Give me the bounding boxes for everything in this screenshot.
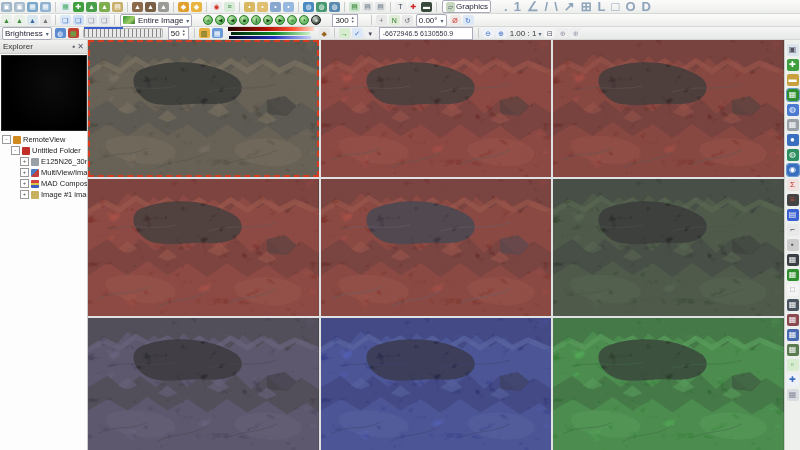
vertex-tool-icon[interactable]: 1 bbox=[514, 0, 521, 14]
band-swap-icon[interactable]: ▦ bbox=[212, 28, 223, 38]
vegetation-icon[interactable]: ▲ bbox=[99, 2, 110, 12]
brightness-slider[interactable] bbox=[83, 28, 163, 38]
multiview-blue-icon[interactable]: ▦ bbox=[787, 329, 799, 341]
band-list-icon[interactable]: ≡ bbox=[224, 2, 235, 12]
enhance2-icon[interactable]: ◆ bbox=[191, 2, 202, 12]
image-panel-1[interactable] bbox=[88, 40, 319, 177]
enhance-icon[interactable]: ◆ bbox=[178, 2, 189, 12]
image-panel-2[interactable] bbox=[321, 40, 552, 177]
pan-cross-icon[interactable]: + bbox=[376, 15, 387, 25]
globe-alt-icon[interactable]: ◍ bbox=[329, 2, 340, 12]
image-panel-5[interactable] bbox=[321, 179, 552, 316]
spinner-arrows-icon[interactable]: ▲▼ bbox=[182, 29, 186, 37]
add-layer2-icon[interactable]: ▲ bbox=[14, 15, 25, 25]
image-panel-4[interactable] bbox=[88, 179, 319, 316]
color-ramp-widget[interactable] bbox=[228, 27, 314, 39]
north-arrow-icon[interactable]: N bbox=[389, 15, 400, 25]
expand-icon[interactable]: + bbox=[20, 168, 29, 177]
small-gold-icon[interactable]: • bbox=[244, 2, 255, 12]
globe-layers-icon[interactable]: ◍ bbox=[787, 149, 799, 161]
copy-view-icon[interactable]: ▣ bbox=[787, 44, 799, 56]
polygon-tool-icon[interactable]: D bbox=[642, 0, 651, 14]
contrast-image-icon[interactable]: ▦ bbox=[68, 28, 79, 38]
play-button[interactable]: ▶ bbox=[263, 15, 273, 25]
dark-swatch-icon[interactable]: ▬ bbox=[421, 2, 432, 12]
point-tool-icon[interactable]: . bbox=[504, 0, 508, 14]
rotate-view-icon[interactable]: ↻ bbox=[463, 15, 474, 25]
open-display-icon[interactable]: ▣ bbox=[14, 2, 25, 12]
brightness-spinner[interactable]: 50 ▲▼ bbox=[168, 27, 189, 40]
sphere-icon[interactable]: ◍ bbox=[55, 28, 66, 38]
photo-layer-icon[interactable]: ▤ bbox=[112, 2, 123, 12]
report-green-icon[interactable]: ▤ bbox=[349, 2, 360, 12]
multiview-2x2-icon[interactable]: ▦ bbox=[787, 269, 799, 281]
link-views-icon[interactable]: ❏ bbox=[86, 15, 97, 25]
thematic-map-icon[interactable]: ▲ bbox=[86, 2, 97, 12]
grid-arrows-icon[interactable]: ▦ bbox=[787, 119, 799, 131]
image-chip-icon[interactable]: ▦ bbox=[27, 2, 38, 12]
single-view-icon[interactable]: ❏ bbox=[60, 15, 71, 25]
terrain-image2-icon[interactable]: ▲ bbox=[145, 2, 156, 12]
tree-item-remoteview[interactable]: - RemoteView bbox=[2, 134, 87, 145]
globe-icon[interactable]: ◍ bbox=[303, 2, 314, 12]
multiview-dark-icon[interactable]: ▦ bbox=[787, 299, 799, 311]
pin-button[interactable]: ▪ bbox=[72, 43, 75, 51]
expand-icon[interactable]: + bbox=[20, 157, 29, 166]
record-button[interactable]: ● bbox=[311, 15, 321, 25]
expand-icon[interactable]: + bbox=[20, 179, 29, 188]
attribute-table-icon[interactable]: ▦ bbox=[60, 2, 71, 12]
close-button[interactable]: ✕ bbox=[77, 43, 84, 51]
save-layer-icon[interactable]: ▲ bbox=[27, 15, 38, 25]
image-panel-9[interactable] bbox=[553, 318, 784, 450]
rectangle-tool-icon[interactable]: □ bbox=[612, 0, 620, 14]
text-annotation-icon[interactable]: T bbox=[395, 2, 406, 12]
collapse-icon[interactable]: - bbox=[11, 146, 20, 155]
multiview-red-icon[interactable]: ▦ bbox=[787, 314, 799, 326]
globe-green-icon[interactable]: ◍ bbox=[316, 2, 327, 12]
expand-icon[interactable]: + bbox=[20, 190, 29, 199]
coord-dropdown[interactable]: ▾ bbox=[365, 28, 376, 38]
auto-apply-checkbox[interactable]: ✓ bbox=[352, 28, 363, 38]
loop-button[interactable]: • bbox=[299, 15, 309, 25]
crosshair-red-icon[interactable]: ✚ bbox=[408, 2, 419, 12]
report2-icon[interactable]: ▤ bbox=[375, 2, 386, 12]
zoom-box-icon[interactable]: ⊕ bbox=[557, 28, 568, 38]
graphics-combo[interactable]: ▱ Graphics bbox=[442, 0, 491, 13]
rotate-reset-icon[interactable]: ↺ bbox=[402, 15, 413, 25]
collapse-icon[interactable]: - bbox=[2, 135, 11, 144]
grid-tool-icon[interactable]: ⊞ bbox=[581, 0, 592, 14]
dark-grid-icon[interactable]: ▦ bbox=[787, 254, 799, 266]
image-panel-7[interactable] bbox=[88, 318, 319, 450]
tree-item-image1[interactable]: + Image #1 imagery_h bbox=[2, 189, 87, 200]
apply-arrow-icon[interactable]: → bbox=[339, 28, 350, 38]
image-panel-6[interactable] bbox=[553, 179, 784, 316]
small-blue-icon[interactable]: • bbox=[270, 2, 281, 12]
image-chip-alt-icon[interactable]: ▦ bbox=[40, 2, 51, 12]
rgb-layers-icon[interactable]: ≡ bbox=[787, 194, 799, 206]
roam-grid-icon[interactable]: ▦ bbox=[787, 89, 799, 101]
move-view-icon[interactable]: ✚ bbox=[787, 374, 799, 386]
coordinate-field[interactable]: -6672946.5 6130550.9 bbox=[379, 27, 473, 40]
tree-item-untitled-folder[interactable]: - Untitled Folder bbox=[2, 145, 87, 156]
profile-tool-icon[interactable]: ⌐ bbox=[787, 224, 799, 236]
terrain-gray-icon[interactable]: ▲ bbox=[158, 2, 169, 12]
globe-view-icon[interactable]: ● bbox=[787, 134, 799, 146]
angle-tool-icon[interactable]: ∠ bbox=[527, 0, 539, 14]
terrain-image-icon[interactable]: ▲ bbox=[132, 2, 143, 12]
globe-frame-icon[interactable]: ◉ bbox=[787, 164, 799, 176]
histogram-icon[interactable]: ▥ bbox=[199, 28, 210, 38]
polyline-tool-icon[interactable]: L bbox=[598, 0, 606, 14]
image-panel-8[interactable] bbox=[321, 318, 552, 450]
adjustment-combo[interactable]: Brightness ▾ bbox=[2, 27, 52, 40]
backslash-line-tool-icon[interactable]: \ bbox=[554, 0, 558, 14]
record-target-icon[interactable]: ◉ bbox=[211, 2, 222, 12]
grid-light-icon[interactable]: ▦ bbox=[787, 389, 799, 401]
arrow-tool-icon[interactable]: ↗ bbox=[564, 0, 575, 14]
frame-rate-spinner[interactable]: 300 ▲▼ bbox=[332, 14, 357, 27]
tree-item-mad-composition[interactable]: + MAD Composition- L bbox=[2, 178, 87, 189]
last-frame-button[interactable]: » bbox=[287, 15, 297, 25]
layer-props-icon[interactable]: ▲ bbox=[40, 15, 51, 25]
tree-item-multiview[interactable]: + MultiView/ImageSta bbox=[2, 167, 87, 178]
recenter-icon[interactable]: ✚ bbox=[787, 59, 799, 71]
spinner-arrows-icon[interactable]: ▲▼ bbox=[351, 16, 355, 24]
